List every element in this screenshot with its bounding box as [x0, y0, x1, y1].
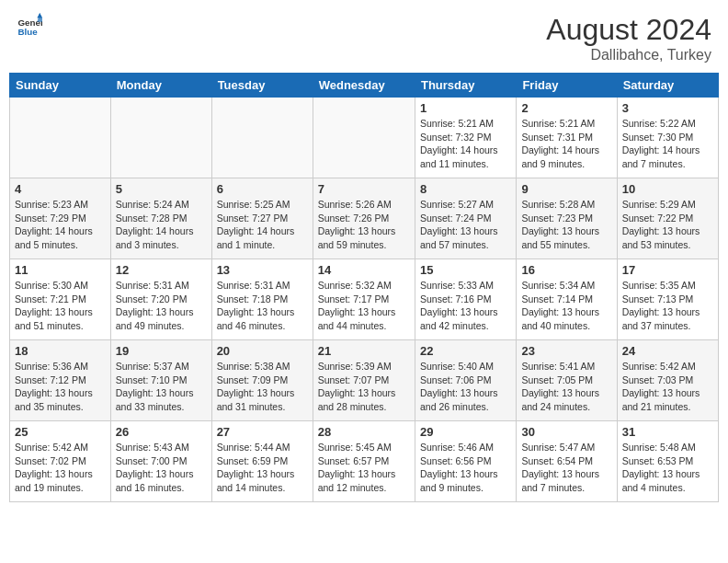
calendar-cell-w1-d7: 3Sunrise: 5:22 AMSunset: 7:30 PMDaylight… — [617, 98, 718, 178]
day-number: 25 — [15, 425, 106, 439]
day-info: Sunrise: 5:42 AMSunset: 7:02 PMDaylight:… — [15, 441, 106, 495]
week-row-2: 4Sunrise: 5:23 AMSunset: 7:29 PMDaylight… — [10, 178, 719, 259]
calendar-cell-w2-d6: 9Sunrise: 5:28 AMSunset: 7:23 PMDaylight… — [517, 178, 617, 259]
day-number: 13 — [217, 263, 308, 277]
day-number: 10 — [622, 182, 713, 196]
day-info: Sunrise: 5:38 AMSunset: 7:09 PMDaylight:… — [217, 360, 308, 414]
day-number: 21 — [318, 344, 410, 358]
day-number: 20 — [217, 344, 308, 358]
calendar-cell-w5-d4: 28Sunrise: 5:45 AMSunset: 6:57 PMDayligh… — [313, 421, 415, 502]
week-row-4: 18Sunrise: 5:36 AMSunset: 7:12 PMDayligh… — [10, 340, 719, 421]
calendar-cell-w5-d6: 30Sunrise: 5:47 AMSunset: 6:54 PMDayligh… — [517, 421, 617, 502]
day-info: Sunrise: 5:23 AMSunset: 7:29 PMDaylight:… — [15, 198, 106, 252]
day-info: Sunrise: 5:39 AMSunset: 7:07 PMDaylight:… — [318, 360, 410, 414]
day-info: Sunrise: 5:40 AMSunset: 7:06 PMDaylight:… — [420, 360, 511, 414]
calendar-cell-w2-d5: 8Sunrise: 5:27 AMSunset: 7:24 PMDaylight… — [415, 178, 516, 259]
calendar-cell-w4-d5: 22Sunrise: 5:40 AMSunset: 7:06 PMDayligh… — [415, 340, 516, 421]
calendar-cell-w4-d7: 24Sunrise: 5:42 AMSunset: 7:03 PMDayligh… — [617, 340, 718, 421]
day-number: 4 — [15, 182, 106, 196]
day-number: 6 — [217, 182, 308, 196]
day-number: 8 — [420, 182, 511, 196]
calendar-cell-w4-d2: 19Sunrise: 5:37 AMSunset: 7:10 PMDayligh… — [110, 340, 211, 421]
day-number: 7 — [318, 182, 410, 196]
day-info: Sunrise: 5:45 AMSunset: 6:57 PMDaylight:… — [318, 441, 410, 495]
day-info: Sunrise: 5:42 AMSunset: 7:03 PMDaylight:… — [622, 360, 713, 414]
day-info: Sunrise: 5:31 AMSunset: 7:18 PMDaylight:… — [217, 279, 308, 333]
day-number: 12 — [116, 263, 207, 277]
calendar-cell-w5-d2: 26Sunrise: 5:43 AMSunset: 7:00 PMDayligh… — [110, 421, 211, 502]
day-number: 24 — [622, 344, 713, 358]
calendar-cell-w4-d6: 23Sunrise: 5:41 AMSunset: 7:05 PMDayligh… — [517, 340, 617, 421]
day-info: Sunrise: 5:31 AMSunset: 7:20 PMDaylight:… — [116, 279, 207, 333]
title-section: August 2024 Dallibahce, Turkey — [546, 13, 711, 63]
day-number: 3 — [622, 101, 713, 115]
svg-text:Blue: Blue — [17, 27, 38, 37]
day-info: Sunrise: 5:25 AMSunset: 7:27 PMDaylight:… — [217, 198, 308, 252]
day-info: Sunrise: 5:24 AMSunset: 7:28 PMDaylight:… — [116, 198, 207, 252]
day-info: Sunrise: 5:36 AMSunset: 7:12 PMDaylight:… — [15, 360, 106, 414]
col-thursday: Thursday — [415, 74, 516, 98]
day-info: Sunrise: 5:48 AMSunset: 6:53 PMDaylight:… — [622, 441, 713, 495]
calendar-cell-w5-d1: 25Sunrise: 5:42 AMSunset: 7:02 PMDayligh… — [10, 421, 111, 502]
calendar-cell-w2-d2: 5Sunrise: 5:24 AMSunset: 7:28 PMDaylight… — [110, 178, 211, 259]
calendar-cell-w5-d3: 27Sunrise: 5:44 AMSunset: 6:59 PMDayligh… — [211, 421, 313, 502]
col-friday: Friday — [517, 74, 617, 98]
col-saturday: Saturday — [617, 74, 718, 98]
week-row-5: 25Sunrise: 5:42 AMSunset: 7:02 PMDayligh… — [10, 421, 719, 502]
day-number: 1 — [420, 101, 511, 115]
calendar-cell-w3-d6: 16Sunrise: 5:34 AMSunset: 7:14 PMDayligh… — [517, 259, 617, 340]
calendar-cell-w2-d7: 10Sunrise: 5:29 AMSunset: 7:22 PMDayligh… — [617, 178, 718, 259]
day-number: 9 — [521, 182, 611, 196]
day-number: 14 — [318, 263, 410, 277]
day-number: 5 — [116, 182, 207, 196]
day-number: 27 — [217, 425, 308, 439]
calendar-cell-w5-d5: 29Sunrise: 5:46 AMSunset: 6:56 PMDayligh… — [415, 421, 516, 502]
day-info: Sunrise: 5:44 AMSunset: 6:59 PMDaylight:… — [217, 441, 308, 495]
col-tuesday: Tuesday — [211, 74, 313, 98]
day-info: Sunrise: 5:33 AMSunset: 7:16 PMDaylight:… — [420, 279, 511, 333]
calendar-cell-w3-d7: 17Sunrise: 5:35 AMSunset: 7:13 PMDayligh… — [617, 259, 718, 340]
calendar-cell-w1-d6: 2Sunrise: 5:21 AMSunset: 7:31 PMDaylight… — [517, 98, 617, 178]
calendar-cell-w1-d5: 1Sunrise: 5:21 AMSunset: 7:32 PMDaylight… — [415, 98, 516, 178]
calendar-cell-w1-d1 — [10, 98, 111, 178]
day-number: 17 — [622, 263, 713, 277]
day-number: 19 — [116, 344, 207, 358]
col-sunday: Sunday — [10, 74, 111, 98]
day-info: Sunrise: 5:46 AMSunset: 6:56 PMDaylight:… — [420, 441, 511, 495]
calendar-cell-w3-d4: 14Sunrise: 5:32 AMSunset: 7:17 PMDayligh… — [313, 259, 415, 340]
calendar-cell-w3-d5: 15Sunrise: 5:33 AMSunset: 7:16 PMDayligh… — [415, 259, 516, 340]
logo: General Blue — [17, 13, 42, 39]
day-info: Sunrise: 5:35 AMSunset: 7:13 PMDaylight:… — [622, 279, 713, 333]
day-number: 23 — [521, 344, 611, 358]
day-info: Sunrise: 5:47 AMSunset: 6:54 PMDaylight:… — [521, 441, 611, 495]
day-number: 31 — [622, 425, 713, 439]
calendar-cell-w4-d1: 18Sunrise: 5:36 AMSunset: 7:12 PMDayligh… — [10, 340, 111, 421]
day-number: 18 — [15, 344, 106, 358]
calendar-cell-w1-d2 — [110, 98, 211, 178]
day-info: Sunrise: 5:37 AMSunset: 7:10 PMDaylight:… — [116, 360, 207, 414]
day-info: Sunrise: 5:27 AMSunset: 7:24 PMDaylight:… — [420, 198, 511, 252]
col-monday: Monday — [110, 74, 211, 98]
calendar-cell-w1-d3 — [211, 98, 313, 178]
calendar-cell-w2-d1: 4Sunrise: 5:23 AMSunset: 7:29 PMDaylight… — [10, 178, 111, 259]
day-number: 26 — [116, 425, 207, 439]
week-row-3: 11Sunrise: 5:30 AMSunset: 7:21 PMDayligh… — [10, 259, 719, 340]
day-number: 2 — [521, 101, 611, 115]
day-number: 22 — [420, 344, 511, 358]
day-info: Sunrise: 5:21 AMSunset: 7:31 PMDaylight:… — [521, 117, 611, 171]
calendar-cell-w2-d3: 6Sunrise: 5:25 AMSunset: 7:27 PMDaylight… — [211, 178, 313, 259]
calendar-header-row: Sunday Monday Tuesday Wednesday Thursday… — [10, 74, 719, 98]
day-info: Sunrise: 5:43 AMSunset: 7:00 PMDaylight:… — [116, 441, 207, 495]
day-number: 29 — [420, 425, 511, 439]
day-info: Sunrise: 5:34 AMSunset: 7:14 PMDaylight:… — [521, 279, 611, 333]
subtitle: Dallibahce, Turkey — [546, 47, 711, 63]
calendar-cell-w3-d1: 11Sunrise: 5:30 AMSunset: 7:21 PMDayligh… — [10, 259, 111, 340]
day-info: Sunrise: 5:29 AMSunset: 7:22 PMDaylight:… — [622, 198, 713, 252]
calendar-cell-w4-d3: 20Sunrise: 5:38 AMSunset: 7:09 PMDayligh… — [211, 340, 313, 421]
day-number: 28 — [318, 425, 410, 439]
day-number: 15 — [420, 263, 511, 277]
day-info: Sunrise: 5:30 AMSunset: 7:21 PMDaylight:… — [15, 279, 106, 333]
calendar-table: Sunday Monday Tuesday Wednesday Thursday… — [9, 73, 719, 502]
day-info: Sunrise: 5:41 AMSunset: 7:05 PMDaylight:… — [521, 360, 611, 414]
week-row-1: 1Sunrise: 5:21 AMSunset: 7:32 PMDaylight… — [10, 98, 719, 178]
